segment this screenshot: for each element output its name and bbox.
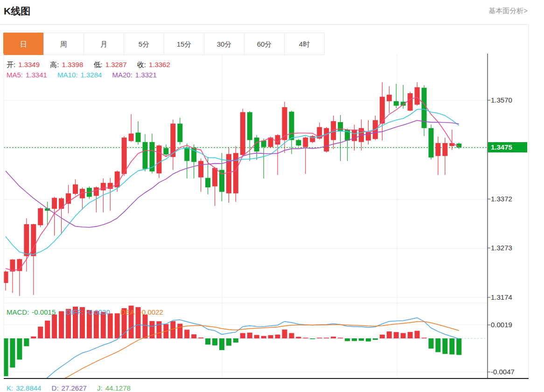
kdj-legend: K:32.8844 D:27.2627 J:44.1278 — [7, 384, 133, 392]
diff-label: DIFF: — [66, 308, 84, 316]
k-value: 32.8844 — [16, 384, 41, 392]
d-label: D: — [52, 384, 59, 392]
diff-value: -0.0030 — [86, 308, 110, 316]
ma10-value: 1.3284 — [80, 71, 102, 79]
axis-tick-label: -0.0047 — [491, 368, 515, 376]
ma20-value: 1.3321 — [135, 71, 157, 79]
ma5-value: 1.3341 — [26, 71, 47, 79]
axis-tick-label: 0.0019 — [491, 321, 512, 329]
ma10-label: MA10: — [57, 71, 77, 79]
axis-tick-label: 1.3372 — [491, 195, 512, 203]
kline-page: K线图 基本面分析> 日周月5分15分30分60分4时 开:1.3349 高:1… — [0, 0, 544, 392]
macd-legend: MACD:-0.0015 DIFF:-0.0030 DEA:-0.0022 — [7, 308, 166, 316]
current-price-badge: 1.3475 — [488, 142, 527, 152]
ohlc-legend: 开:1.3349 高:1.3398 低:1.3287 收:1.3362 — [7, 61, 173, 69]
d-value: 27.2627 — [62, 384, 87, 392]
high-label: 高: — [50, 61, 59, 69]
chart-canvas[interactable] — [0, 0, 544, 392]
ma-legend: MA5:1.3341 MA10:1.3284 MA20:1.3321 — [7, 71, 160, 79]
close-label: 收: — [137, 61, 146, 69]
j-value: 44.1278 — [105, 384, 131, 392]
close-value: 1.3362 — [149, 61, 170, 69]
axis-tick-label: 1.3273 — [491, 244, 512, 252]
open-label: 开: — [7, 61, 15, 69]
low-value: 1.3287 — [105, 61, 127, 69]
dea-label: DEA: — [120, 308, 137, 316]
ma20-label: MA20: — [112, 71, 133, 79]
axis-tick-label: 1.3570 — [491, 96, 512, 104]
k-label: K: — [7, 384, 13, 392]
dea-value: -0.0022 — [139, 308, 163, 316]
macd-label: MACD: — [7, 308, 29, 316]
macd-value: -0.0015 — [32, 308, 56, 316]
ma5-label: MA5: — [7, 71, 23, 79]
low-label: 低: — [93, 61, 102, 69]
j-label: J: — [97, 384, 103, 392]
high-value: 1.3398 — [62, 61, 83, 69]
open-value: 1.3349 — [18, 61, 40, 69]
axis-tick-label: 1.3174 — [491, 293, 512, 301]
